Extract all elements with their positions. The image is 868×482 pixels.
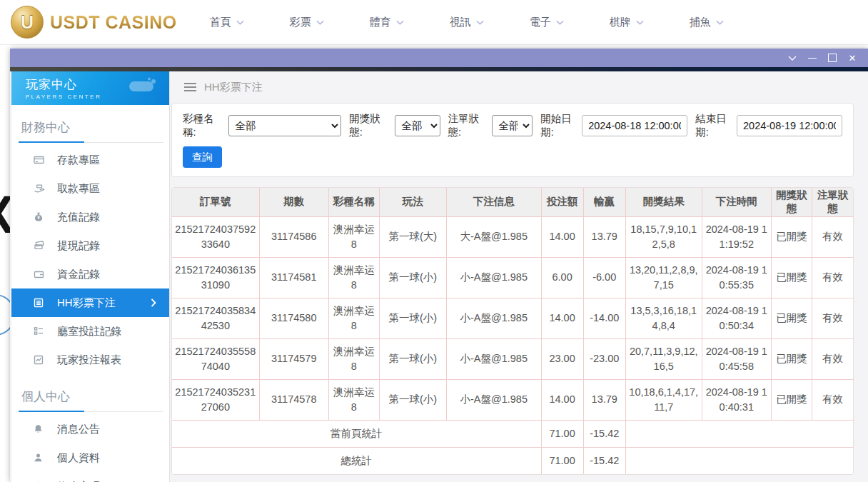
sidebar-item-deposit-card[interactable]: 存款專區	[11, 146, 169, 174]
table-cell: 大-A盤@1.985	[446, 216, 541, 257]
table-cell: 14.00	[541, 216, 583, 257]
table-cell: 2152172403523127060	[172, 379, 259, 420]
table-cell: 2024-08-19 10:45:58	[702, 338, 771, 379]
draw-status-label: 開獎狀態:	[349, 112, 391, 139]
window-maximize-icon[interactable]	[822, 50, 842, 66]
table-cell: 有效	[812, 338, 853, 379]
table-row: 215217240358344253031174580澳洲幸运8第一球(小)小-…	[172, 298, 853, 338]
column-header: 彩種名稱	[328, 188, 379, 216]
sidebar-item-label: 取款專區	[57, 182, 100, 196]
report-chart-icon	[33, 354, 46, 366]
table-cell: 2024-08-19 10:55:35	[702, 257, 771, 298]
column-header: 開獎結果	[625, 188, 702, 216]
nav-item-0[interactable]: 首頁	[210, 16, 244, 29]
nav-item-2[interactable]: 體育	[370, 16, 404, 29]
sidebar-item-withdraw-hand[interactable]: 取款專區	[11, 174, 169, 203]
draw-status-select[interactable]: 全部	[395, 115, 440, 136]
order-status-select[interactable]: 全部	[492, 115, 533, 136]
summary-winloss-total: -15.42	[583, 420, 625, 447]
sidebar-item-label: 修改密碼	[57, 480, 100, 482]
table-cell: -6.00	[583, 257, 625, 298]
sidebar-item-label: 提現記錄	[57, 239, 100, 253]
summary-empty	[625, 420, 853, 447]
summary-empty	[625, 447, 853, 474]
start-date-input[interactable]	[582, 115, 687, 136]
nav-item-6[interactable]: 捕魚	[690, 16, 724, 29]
sidebar-item-room-list[interactable]: 廳室投註記錄	[11, 317, 169, 346]
table-cell: 13.79	[583, 216, 625, 257]
sidebar-item-label: 資金記錄	[57, 268, 100, 281]
cash-icon	[33, 240, 46, 251]
table-cell: 6.00	[541, 257, 583, 298]
column-header: 注單狀態	[812, 188, 853, 216]
chevron-down-icon	[316, 20, 324, 25]
sidebar-item-wallet[interactable]: 資金記錄	[11, 260, 169, 288]
lottery-name-select[interactable]: 全部	[228, 115, 341, 136]
sidebar-item-label: 消息公告	[57, 423, 100, 436]
summary-bet-total: 71.00	[541, 420, 583, 447]
logo-letter: U	[21, 12, 34, 33]
table-cell: 有效	[812, 257, 853, 298]
sidebar-section-title: 個人中心	[19, 384, 163, 412]
table-cell: 13,5,3,16,18,14,8,4	[625, 298, 702, 338]
column-header: 訂單號	[172, 188, 259, 216]
summary-winloss-total: -15.42	[583, 447, 625, 474]
table-cell: 小-A盤@1.985	[446, 257, 541, 298]
current-page-summary-row: 當前頁統計71.00-15.42	[172, 420, 853, 447]
sidebar-section-title: 財務中心	[19, 115, 163, 143]
nav-item-3[interactable]: 視訊	[450, 16, 484, 29]
sidebar-item-label: 存款專區	[57, 154, 100, 167]
search-button[interactable]: 查詢	[183, 146, 222, 168]
sidebar-item-bell[interactable]: 消息公告	[11, 415, 169, 443]
window-dropdown-icon[interactable]	[782, 50, 802, 66]
page-title: HH彩票下注	[204, 81, 263, 94]
wallet-icon	[33, 268, 46, 280]
nav-item-label: 捕魚	[690, 16, 711, 29]
player-center-window: ✕ 玩家中心 PLAYERS CENTER 財務中心存款專區取款專區¥充值記錄提…	[10, 49, 868, 482]
table-cell: 已開獎	[771, 298, 812, 338]
table-cell: 有效	[812, 298, 853, 338]
sidebar-item-report-chart[interactable]: 玩家投注報表	[11, 346, 169, 374]
chevron-down-icon	[236, 20, 244, 25]
sidebar-item-moneybag[interactable]: ¥充值記錄	[11, 203, 169, 231]
chevron-down-icon	[476, 20, 484, 25]
table-cell: 2152172403613531090	[172, 257, 259, 298]
window-minimize-icon[interactable]	[802, 50, 822, 66]
end-date-input[interactable]	[737, 115, 842, 136]
window-close-icon[interactable]: ✕	[842, 50, 862, 66]
table-cell: 31174578	[259, 379, 328, 420]
sidebar-item-lottery-list[interactable]: HH彩票下注	[11, 288, 169, 317]
nav-item-5[interactable]: 棋牌	[610, 16, 644, 29]
logo-text: USDT CASINO	[50, 12, 177, 33]
table-cell: 20,7,11,3,9,12,16,5	[625, 338, 702, 379]
chevron-down-icon	[716, 20, 724, 25]
nav-item-label: 體育	[370, 16, 391, 29]
site-logo[interactable]: U USDT CASINO	[11, 6, 177, 39]
sidebar-item-cash[interactable]: 提現記錄	[11, 231, 169, 260]
nav-item-1[interactable]: 彩票	[290, 16, 324, 29]
window-titlebar: ✕	[10, 49, 868, 67]
end-date-label: 結束日期:	[695, 112, 733, 139]
sidebar-item-label: 個人資料	[57, 451, 100, 465]
deposit-card-icon	[33, 154, 46, 166]
sidebar-item-label: 廳室投註記錄	[57, 325, 121, 338]
sidebar-item-gear[interactable]: 修改密碼	[11, 472, 169, 482]
sidebar-item-person[interactable]: 個人資料	[11, 443, 169, 472]
column-header: 下注信息	[446, 188, 541, 216]
table-cell: 澳洲幸运8	[328, 216, 379, 257]
nav-item-4[interactable]: 電子	[530, 16, 564, 29]
nav-item-label: 彩票	[290, 16, 311, 29]
menu-toggle-icon[interactable]	[184, 83, 196, 91]
nav-item-label: 首頁	[210, 16, 231, 29]
table-cell: 有效	[812, 216, 853, 257]
site-top-nav: U USDT CASINO 首頁彩票體育視訊電子棋牌捕魚	[0, 0, 868, 45]
table-cell: 2152172403759233640	[172, 216, 259, 257]
table-row: 215217240355587404031174579澳洲幸运8第一球(小)小-…	[172, 338, 853, 379]
table-cell: 31174580	[259, 298, 328, 338]
sidebar-item-label: 充值記錄	[57, 211, 100, 224]
table-cell: -23.00	[583, 338, 625, 379]
table-cell: 小-A盤@1.985	[446, 338, 541, 379]
table-cell: 2152172403555874040	[172, 338, 259, 379]
moneybag-icon: ¥	[33, 211, 46, 223]
table-cell: 已開獎	[771, 338, 812, 379]
